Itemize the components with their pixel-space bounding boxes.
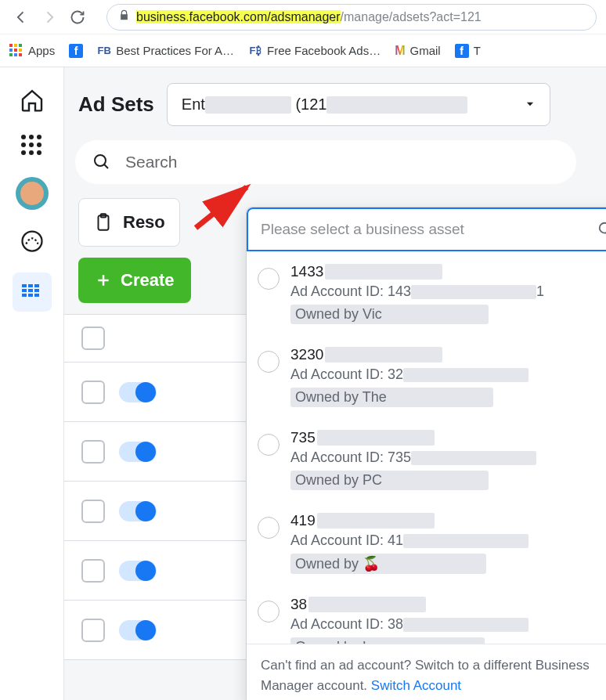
radio-icon[interactable] [258,268,280,290]
plus-icon [96,272,111,288]
bookmark-label: Best Practices For A… [116,44,234,57]
row-toggle[interactable] [119,442,157,462]
item-title: 1433 [290,263,606,280]
item-title: 735 [290,429,606,446]
fb-crossed-icon: F₿ [248,44,262,58]
row-toggle[interactable] [119,620,157,640]
search-icon [597,221,606,238]
bookmark-t[interactable]: f T [455,44,481,58]
item-owner: Owned by 🍒 [290,554,486,574]
radio-icon[interactable] [258,351,280,373]
fb-initials-icon: FB [97,44,111,58]
item-id: Ad Account ID: 1431 [290,283,606,300]
bookmark-best-practices[interactable]: FB Best Practices For A… [97,44,234,58]
gauge-icon[interactable] [18,227,46,255]
create-button[interactable]: Create [78,258,191,303]
select-all-checkbox[interactable] [81,327,105,350]
home-icon[interactable] [18,86,46,114]
avatar[interactable] [16,177,49,210]
search-placeholder: Search [125,153,178,171]
left-rail [0,67,64,700]
apps-icon [9,44,23,58]
item-id: Ad Account ID: 32 [290,366,606,383]
facebook-icon: f [455,44,469,58]
switch-account-link[interactable]: Switch Account [371,678,461,693]
bookmark-gmail[interactable]: M Gmail [395,44,441,58]
svg-point-1 [95,155,106,166]
dropdown-list[interactable]: ▲ 1433 Ad Account ID: 1431 Owned by Vic … [247,252,606,644]
dropdown-item[interactable]: 419 Ad Account ID: 41 Owned by 🍒 [247,501,606,585]
ads-manager-icon[interactable] [13,272,52,312]
account-dropdown: ▲ 1433 Ad Account ID: 1431 Owned by Vic … [246,207,606,700]
row-checkbox[interactable] [81,500,105,523]
dropdown-item[interactable]: 1433 Ad Account ID: 1431 Owned by Vic [247,252,606,335]
gmail-icon: M [395,44,405,58]
account-id-prefix: (121 [295,96,326,113]
svg-point-0 [22,232,41,251]
bookmark-free-ads[interactable]: F₿ Free Facebook Ads… [248,44,381,58]
item-title: 38 [290,596,606,613]
browser-nav-bar: business.facebook.com/adsmanager/manage/… [0,0,606,34]
row-checkbox[interactable] [81,559,105,583]
apps-shortcut[interactable]: Apps [9,44,55,58]
item-id: Ad Account ID: 38 [290,616,606,633]
bookmarks-bar: Apps f FB Best Practices For A… F₿ Free … [0,34,606,67]
bookmark-label: Free Facebook Ads… [267,44,381,57]
item-owner: Owned by PC [290,471,489,490]
item-id: Ad Account ID: 41 [290,532,606,549]
facebook-icon: f [69,44,83,58]
bookmark-label: T [474,44,481,57]
dropdown-search-input[interactable] [261,221,597,238]
dropdown-item[interactable]: 38 Ad Account ID: 38 Owned by Le [247,585,606,644]
dropdown-item[interactable]: 735 Ad Account ID: 735 Owned by PC [247,418,606,501]
all-tools-icon[interactable] [18,132,46,160]
resource-center-button[interactable]: Reso [78,198,180,247]
back-button[interactable] [9,5,33,29]
address-bar[interactable]: business.facebook.com/adsmanager/manage/… [106,4,597,31]
bookmark-fb[interactable]: f [69,44,83,58]
item-title: 419 [290,512,606,529]
radio-icon[interactable] [258,434,280,456]
forward-button[interactable] [38,5,61,29]
item-owner: Owned by Vic [290,305,489,324]
row-toggle[interactable] [119,382,157,402]
clipboard-icon [93,212,114,233]
item-owner: Owned by The [290,388,493,407]
item-id: Ad Account ID: 735 [290,449,606,466]
account-selector[interactable]: Ent (121 [167,83,550,126]
chevron-down-icon [525,96,536,114]
apps-label: Apps [28,44,55,57]
radio-icon[interactable] [258,517,280,539]
lock-icon [118,9,130,24]
reload-button[interactable] [66,5,89,29]
dropdown-item[interactable]: 3230 Ad Account ID: 32 Owned by The [247,335,606,418]
resource-label: Reso [123,212,165,233]
row-toggle[interactable] [119,561,157,581]
search-icon [92,153,111,171]
svg-point-6 [600,223,606,233]
item-title: 3230 [290,346,606,363]
dropdown-search[interactable] [247,207,606,251]
row-checkbox[interactable] [81,619,105,642]
bookmark-label: Gmail [410,44,441,57]
search-input[interactable]: Search [75,140,576,184]
account-name-prefix: Ent [182,96,205,113]
row-toggle[interactable] [119,501,157,521]
radio-icon[interactable] [258,601,280,622]
create-label: Create [121,270,174,290]
item-owner: Owned by Le [290,637,485,644]
url-text: business.facebook.com/adsmanager/manage/… [136,10,482,24]
page-title: Ad Sets [78,92,154,117]
row-checkbox[interactable] [81,381,105,404]
main-content: Ad Sets Ent (121 Search Reso [64,67,606,700]
dropdown-footer: Can't find an ad account? Switch to a di… [247,644,606,700]
row-checkbox[interactable] [81,440,105,464]
